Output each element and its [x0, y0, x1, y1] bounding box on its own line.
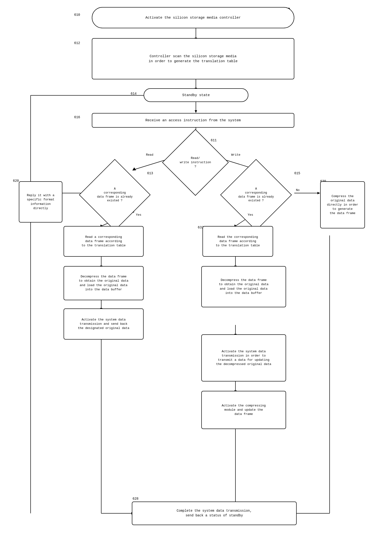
node-628: Complete the system data transmission,se…	[132, 502, 297, 525]
arrows-svg	[0, 0, 392, 551]
label-write: Write	[231, 153, 241, 157]
label-read: Read	[146, 153, 154, 157]
svg-marker-24	[317, 192, 320, 194]
ref-610: 610	[74, 13, 80, 17]
ref-612: 612	[74, 41, 80, 45]
node-638: Activate the compressingmodule and updat…	[201, 391, 286, 429]
ref-620: 620	[13, 179, 19, 183]
flowchart-diagram: 600 610 Activate the silicon storage med…	[0, 0, 392, 551]
label-yes-right: Yes	[247, 213, 253, 217]
svg-marker-9	[132, 167, 136, 170]
node-610: Activate the silicon storage media contr…	[92, 7, 294, 28]
ref-614: 614	[131, 92, 137, 96]
diamond-rw: Read/write instruction?	[162, 129, 229, 196]
node-614: Standby state	[144, 88, 248, 102]
ref-628: 628	[133, 497, 139, 501]
svg-marker-5	[195, 110, 197, 113]
node-632: Read the correspondingdata frame accordi…	[203, 226, 273, 257]
node-612: Controller scan the silicon storage medi…	[92, 38, 294, 79]
node-636: Activate the system datatransmission in …	[201, 334, 286, 382]
node-630: Compress theoriginal datadirectly in ord…	[320, 181, 365, 228]
ref-611: 611	[211, 139, 217, 142]
node-616: Receive an access instruction from the s…	[92, 113, 294, 128]
node-622: Read a correspondingdata frame according…	[63, 226, 144, 257]
diamond-df2: Acorrespondingdata frame is alreadyexist…	[220, 159, 292, 230]
ref-616: 616	[74, 115, 80, 119]
ref-613: 613	[147, 171, 153, 175]
svg-line-8	[134, 160, 165, 169]
ref-615: 615	[294, 171, 300, 175]
node-620: Reply it with aspecific formatinformatio…	[19, 181, 62, 223]
label-yes-left: Yes	[135, 213, 142, 217]
node-626: Activate the system datatransmission and…	[63, 308, 144, 340]
diamond-df1: Acorrespondingdata frame is alreadyexist…	[79, 159, 150, 230]
label-no-right: No	[295, 188, 300, 192]
node-624: Decompress the data frameto obtain the o…	[63, 266, 144, 300]
node-634: Decompress the data frameto obtain the o…	[201, 266, 286, 307]
